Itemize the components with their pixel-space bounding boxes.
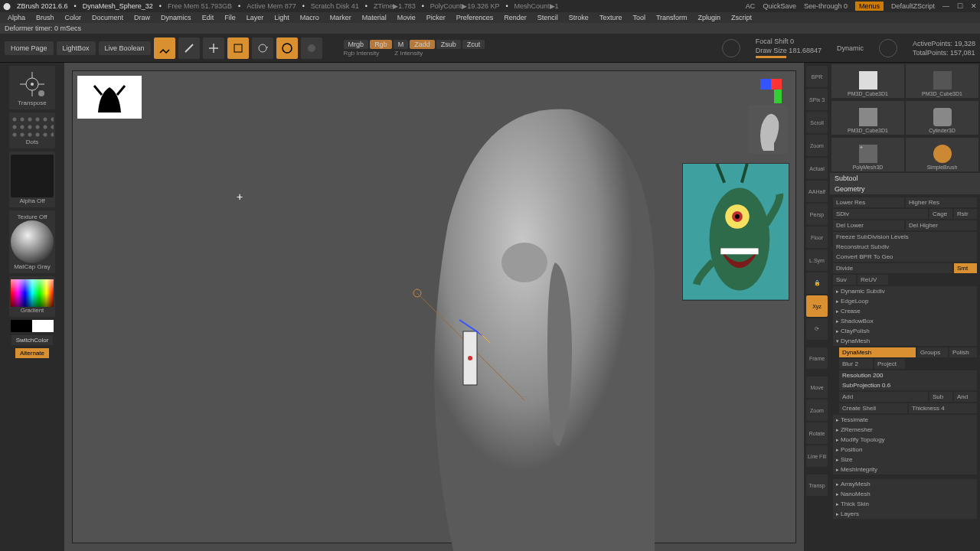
transp-button[interactable]: Transp (806, 474, 828, 496)
shadowbox-header[interactable]: ShadowBox (833, 316, 977, 326)
mrgb-button[interactable]: Mrgb (344, 40, 369, 49)
menu-preferences[interactable]: Preferences (452, 14, 498, 21)
close-icon[interactable]: ✕ (971, 2, 977, 10)
sdiv-slider[interactable]: SDiv (833, 209, 928, 219)
home-page-button[interactable]: Home Page (5, 41, 54, 55)
menu-zplugin[interactable]: Zplugin (694, 14, 726, 21)
default-zscript[interactable]: DefaultZScript (891, 2, 935, 10)
lsym-button[interactable]: L.Sym (806, 249, 828, 271)
scroll-button[interactable]: Scroll (806, 112, 828, 133)
menu-tool[interactable]: Tool (628, 14, 650, 21)
menu-stencil[interactable]: Stencil (533, 14, 563, 21)
viewport[interactable]: + (64, 63, 804, 551)
seethrough-slider[interactable]: See-through 0 (804, 2, 848, 10)
linefill-button[interactable]: Line Fill (806, 445, 828, 467)
dynamesh-button[interactable]: DynaMesh (839, 347, 916, 357)
rotate-mode-button[interactable] (252, 37, 273, 59)
createshell-button[interactable]: Create Shell (839, 403, 907, 413)
subprojection-slider[interactable]: SubProjection 0.6 (839, 380, 977, 390)
menu-layer[interactable]: Layer (242, 14, 269, 21)
rotate-view-button[interactable]: Rotate (806, 422, 828, 444)
thickness-slider[interactable]: Thickness 4 (909, 403, 977, 413)
draw-size[interactable]: Draw Size 181.68847 (756, 47, 822, 54)
position-header[interactable]: Position (833, 445, 977, 455)
menu-brush[interactable]: Brush (31, 14, 59, 21)
project-button[interactable]: Project (874, 359, 905, 369)
menu-document[interactable]: Document (87, 14, 128, 21)
transpose-tool[interactable]: Transpose (9, 66, 55, 109)
menu-draw[interactable]: Draw (129, 14, 155, 21)
menus-button[interactable]: Menus (855, 2, 884, 11)
menu-marker[interactable]: Marker (325, 14, 356, 21)
menu-dynamics[interactable]: Dynamics (156, 14, 196, 21)
subtool-header[interactable]: Subtool (830, 173, 980, 184)
aahalf-button[interactable]: AAHalf (806, 181, 828, 202)
menu-zscript[interactable]: Zscript (727, 14, 756, 21)
dynamesh-header[interactable]: DynaMesh (833, 336, 977, 346)
spix-button[interactable]: SPix 3 (806, 89, 828, 110)
quicksave-button[interactable]: QuickSave (763, 2, 796, 10)
dellower-button[interactable]: Del Lower (833, 220, 904, 230)
reuv-button[interactable]: ReUV (858, 275, 888, 285)
delhigher-button[interactable]: Del Higher (906, 220, 977, 230)
arraymesh-header[interactable]: ArrayMesh (833, 479, 977, 489)
alpha-tool[interactable]: Alpha Off (9, 152, 55, 207)
zoom-button[interactable]: Zoom (806, 135, 828, 156)
lock-icon[interactable]: 🔒 (806, 272, 828, 294)
claypolish-header[interactable]: ClayPolish (833, 326, 977, 336)
texture-tool[interactable]: Texture Off MatCap Gray (9, 210, 55, 273)
menu-alpha[interactable]: Alpha (3, 14, 30, 21)
reconstruct-button[interactable]: Reconstruct Subdiv (833, 242, 977, 252)
add-button[interactable]: Add (839, 392, 928, 402)
refresh-icon[interactable]: ⟳ (806, 318, 828, 340)
color-picker[interactable] (11, 279, 54, 307)
meshintegrity-header[interactable]: MeshIntegrity (833, 465, 977, 474)
menu-stroke[interactable]: Stroke (564, 14, 593, 21)
frame-button[interactable]: Frame (806, 347, 828, 369)
z-intensity-label[interactable]: Z Intensity (394, 50, 423, 57)
tool-thumb-6[interactable]: SimpleBrush (906, 138, 978, 171)
xyz-button[interactable]: Xyz (806, 295, 828, 317)
groups-button[interactable]: Groups (917, 347, 948, 357)
color-swatches[interactable] (11, 320, 54, 332)
layers-header[interactable]: Layers (833, 509, 977, 519)
tool-thumb-4[interactable]: Cylinder3D (906, 101, 978, 135)
resolution-slider[interactable]: Resolution 200 (839, 370, 977, 380)
lightbox-button[interactable]: LightBox (57, 41, 96, 55)
sculptris-button[interactable] (301, 37, 322, 59)
focal-shift[interactable]: Focal Shift 0 (756, 37, 822, 45)
menu-transform[interactable]: Transform (652, 14, 692, 21)
scale-mode-button[interactable] (227, 37, 249, 59)
reference-image[interactable] (682, 163, 789, 301)
divide-button[interactable]: Divide (833, 263, 952, 273)
switchcolor-button[interactable]: SwitchColor (11, 335, 54, 345)
floor-button[interactable]: Floor (806, 227, 828, 248)
tool-thumb-5[interactable]: ✦PolyMesh3D (831, 138, 904, 171)
thickskin-header[interactable]: Thick Skin (833, 499, 977, 509)
draw-size-slider[interactable] (756, 56, 786, 58)
menu-macro[interactable]: Macro (296, 14, 324, 21)
menu-texture[interactable]: Texture (595, 14, 627, 21)
lowerres-button[interactable]: Lower Res (833, 197, 904, 207)
menu-render[interactable]: Render (499, 14, 531, 21)
tool-thumb-3[interactable]: PM3D_Cube3D1 (831, 101, 904, 135)
suv-button[interactable]: Suv (833, 275, 856, 285)
rstr-button[interactable]: Rstr (954, 209, 977, 219)
focal-dial-icon[interactable] (722, 39, 740, 57)
convert-button[interactable]: Convert BPR To Geo (833, 252, 977, 262)
alternate-button[interactable]: Alternate (15, 348, 49, 358)
maximize-icon[interactable]: ☐ (957, 2, 963, 10)
minimize-icon[interactable]: — (942, 2, 949, 10)
nanomesh-header[interactable]: NanoMesh (833, 489, 977, 499)
gizmo-button[interactable] (276, 37, 298, 59)
cage-button[interactable]: Cage (929, 209, 952, 219)
move-mode-button[interactable] (203, 37, 224, 59)
edit-mode-button[interactable] (154, 37, 175, 59)
zcut-button[interactable]: Zcut (462, 40, 485, 49)
zadd-button[interactable]: Zadd (410, 40, 435, 49)
dynamic-toggle[interactable]: Dynamic (837, 44, 864, 52)
smt-button[interactable]: Smt (954, 263, 977, 273)
modtopo-header[interactable]: Modify Topology (833, 435, 977, 445)
zoom-view-button[interactable]: Zoom (806, 399, 828, 421)
m-button[interactable]: M (394, 40, 409, 49)
